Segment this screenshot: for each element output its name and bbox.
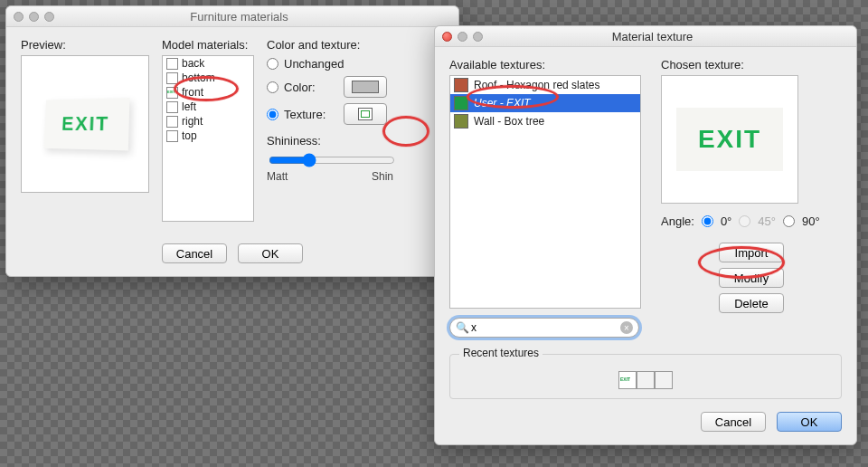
ok-button[interactable]: OK xyxy=(777,412,842,432)
color-texture-label: Color and texture: xyxy=(267,38,444,52)
swatch-icon xyxy=(454,96,468,110)
preview-exit-card: EXIT xyxy=(43,98,129,150)
titlebar[interactable]: Material texture xyxy=(435,26,856,47)
materials-label: Model materials: xyxy=(162,38,254,52)
radio-unchanged-label: Unchanged xyxy=(284,57,344,71)
angle-45 xyxy=(739,215,750,227)
search-input[interactable] xyxy=(469,320,620,335)
cancel-button[interactable]: Cancel xyxy=(701,412,766,432)
window-title: Furniture materials xyxy=(27,10,451,24)
recent-textures-group: Recent textures xyxy=(449,354,842,399)
material-front[interactable]: front xyxy=(163,85,253,100)
exit-text: EXIT xyxy=(698,125,761,154)
shininess-range[interactable] xyxy=(269,153,395,167)
cancel-button[interactable]: Cancel xyxy=(162,243,227,263)
recent-texture-2[interactable] xyxy=(637,371,655,389)
exit-text: EXIT xyxy=(61,112,110,137)
search-field[interactable]: 🔍 × xyxy=(449,318,639,338)
furniture-materials-dialog: Furniture materials Preview: EXIT Model … xyxy=(5,5,459,277)
shiny-min: Matt xyxy=(267,170,288,183)
window-title: Material texture xyxy=(456,30,849,43)
close-icon[interactable] xyxy=(14,12,24,22)
search-icon: 🔍 xyxy=(456,321,469,334)
angle-label: Angle: xyxy=(661,214,694,228)
shiny-max: Shin xyxy=(372,170,393,183)
material-texture-dialog: Material texture Available textures: Roo… xyxy=(434,25,857,445)
chosen-label: Chosen texture: xyxy=(661,58,842,71)
texture-user-exit[interactable]: User - EXIT xyxy=(450,94,640,112)
swatch-icon xyxy=(454,114,468,129)
clear-search-icon[interactable]: × xyxy=(620,321,633,334)
import-button[interactable]: Import xyxy=(719,243,784,262)
texture-roof[interactable]: Roof - Hexagon red slates xyxy=(450,76,640,94)
angle-90[interactable] xyxy=(783,215,795,227)
swatch-icon xyxy=(454,78,468,92)
recent-texture-3[interactable] xyxy=(655,371,673,389)
ok-button[interactable]: OK xyxy=(238,243,303,263)
recent-textures-label: Recent textures xyxy=(459,347,542,359)
radio-color-label: Color: xyxy=(284,81,338,94)
angle-0[interactable] xyxy=(702,215,713,227)
shininess-label: Shininess: xyxy=(267,134,444,148)
preview-label: Preview: xyxy=(21,38,149,52)
radio-color[interactable] xyxy=(267,81,278,93)
color-swatch-button[interactable] xyxy=(344,76,387,98)
radio-texture[interactable] xyxy=(267,109,278,120)
available-label: Available textures: xyxy=(449,58,641,71)
radio-unchanged[interactable] xyxy=(267,58,278,70)
textures-list[interactable]: Roof - Hexagon red slates User - EXIT Wa… xyxy=(449,75,641,309)
materials-list[interactable]: back bottom front left right top xyxy=(162,55,254,222)
titlebar[interactable]: Furniture materials xyxy=(6,6,458,27)
texture-wall[interactable]: Wall - Box tree xyxy=(450,112,640,130)
modify-button[interactable]: Modify xyxy=(719,268,784,288)
delete-button[interactable]: Delete xyxy=(719,293,784,313)
chosen-texture-preview: EXIT xyxy=(661,75,798,204)
material-right[interactable]: right xyxy=(163,114,253,129)
material-bottom[interactable]: bottom xyxy=(163,71,253,85)
radio-texture-label: Texture: xyxy=(284,108,338,121)
material-left[interactable]: left xyxy=(163,100,253,114)
material-top[interactable]: top xyxy=(163,129,253,143)
shininess-slider[interactable]: Matt Shin xyxy=(267,151,393,183)
texture-swatch-button[interactable] xyxy=(344,103,387,125)
close-icon[interactable] xyxy=(442,32,452,42)
preview: EXIT xyxy=(21,55,149,193)
recent-texture-1[interactable] xyxy=(618,371,637,389)
material-back[interactable]: back xyxy=(163,56,253,71)
